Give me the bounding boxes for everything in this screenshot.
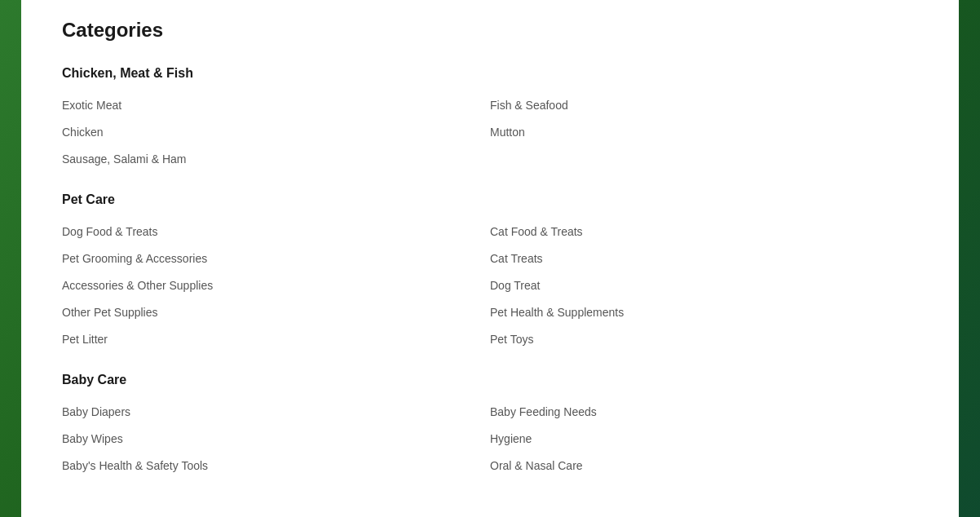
col-right-pet-care: Cat Food & TreatsCat TreatsDog TreatPet … (490, 219, 918, 353)
category-item-right-0-1[interactable]: Mutton (490, 119, 918, 146)
category-item-right-1-1[interactable]: Cat Treats (490, 245, 918, 272)
section-baby-care: Baby CareBaby DiapersBaby WipesBaby's He… (62, 373, 918, 479)
category-item-right-1-4[interactable]: Pet Toys (490, 326, 918, 353)
category-item-left-1-1[interactable]: Pet Grooming & Accessories (62, 245, 490, 272)
section-columns-chicken-meat-fish: Exotic MeatChickenSausage, Salami & HamF… (62, 92, 918, 173)
section-columns-pet-care: Dog Food & TreatsPet Grooming & Accessor… (62, 219, 918, 353)
section-columns-baby-care: Baby DiapersBaby WipesBaby's Health & Sa… (62, 399, 918, 479)
section-heading-baby-care: Baby Care (62, 373, 918, 387)
section-heading-chicken-meat-fish: Chicken, Meat & Fish (62, 66, 918, 81)
category-item-left-0-1[interactable]: Chicken (62, 119, 490, 146)
col-left-chicken-meat-fish: Exotic MeatChickenSausage, Salami & Ham (62, 92, 490, 173)
category-item-left-0-0[interactable]: Exotic Meat (62, 92, 490, 119)
category-item-left-1-2[interactable]: Accessories & Other Supplies (62, 272, 490, 299)
category-item-right-1-3[interactable]: Pet Health & Supplements (490, 299, 918, 326)
category-item-right-1-2[interactable]: Dog Treat (490, 272, 918, 299)
category-item-left-1-4[interactable]: Pet Litter (62, 326, 490, 353)
col-right-chicken-meat-fish: Fish & SeafoodMutton (490, 92, 918, 173)
category-item-left-0-2[interactable]: Sausage, Salami & Ham (62, 146, 490, 173)
category-item-left-1-3[interactable]: Other Pet Supplies (62, 299, 490, 326)
category-item-left-2-1[interactable]: Baby Wipes (62, 426, 490, 453)
category-item-left-1-0[interactable]: Dog Food & Treats (62, 219, 490, 245)
categories-card: Categories Chicken, Meat & FishExotic Me… (21, 0, 959, 517)
col-left-baby-care: Baby DiapersBaby WipesBaby's Health & Sa… (62, 399, 490, 479)
page-title: Categories (62, 19, 918, 42)
category-item-right-0-0[interactable]: Fish & Seafood (490, 92, 918, 119)
category-item-right-2-0[interactable]: Baby Feeding Needs (490, 399, 918, 426)
category-item-right-2-1[interactable]: Hygiene (490, 426, 918, 453)
section-pet-care: Pet CareDog Food & TreatsPet Grooming & … (62, 192, 918, 353)
section-heading-pet-care: Pet Care (62, 192, 918, 207)
category-item-left-2-0[interactable]: Baby Diapers (62, 399, 490, 426)
section-chicken-meat-fish: Chicken, Meat & FishExotic MeatChickenSa… (62, 66, 918, 173)
col-left-pet-care: Dog Food & TreatsPet Grooming & Accessor… (62, 219, 490, 353)
category-item-left-2-2[interactable]: Baby's Health & Safety Tools (62, 453, 490, 479)
category-item-right-1-0[interactable]: Cat Food & Treats (490, 219, 918, 245)
col-right-baby-care: Baby Feeding NeedsHygieneOral & Nasal Ca… (490, 399, 918, 479)
category-item-right-2-2[interactable]: Oral & Nasal Care (490, 453, 918, 479)
